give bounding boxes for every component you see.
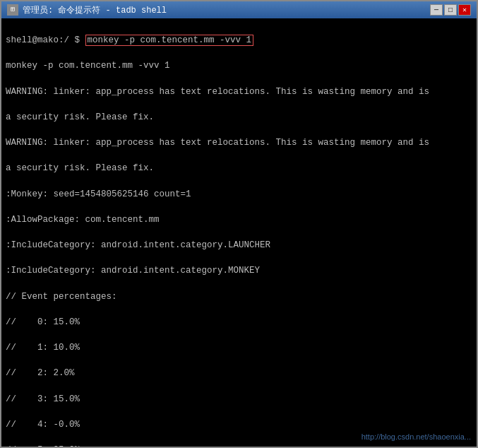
terminal-line: a security risk. Please fix. (6, 111, 474, 124)
terminal-line: :Monkey: seed=1454805625146 count=1 (6, 188, 474, 201)
terminal-line: WARNING: linker: app_process has text re… (6, 136, 474, 149)
terminal-line: // 4: -0.0% (6, 418, 474, 431)
terminal-line: // 0: 15.0% (6, 316, 474, 329)
terminal-line: shell@mako:/ $ monkey -p com.tencent.mm … (6, 34, 474, 47)
title-bar: ⊞ 管理员: 命令提示符 - tadb shell ─ □ ✕ (1, 1, 477, 18)
terminal-line: // 3: 15.0% (6, 393, 474, 406)
command-highlight: monkey -p com.tencent.mm -vvv 1 (85, 35, 254, 46)
title-bar-left: ⊞ 管理员: 命令提示符 - tadb shell (7, 4, 167, 16)
close-button[interactable]: ✕ (458, 4, 471, 16)
terminal-line: :AllowPackage: com.tencent.mm (6, 213, 474, 226)
minimize-button[interactable]: ─ (430, 4, 443, 16)
terminal-line: // 2: 2.0% (6, 367, 474, 379)
terminal-content: shell@mako:/ $ monkey -p com.tencent.mm … (6, 21, 474, 447)
maximize-button[interactable]: □ (444, 4, 457, 16)
app-icon: ⊞ (7, 4, 18, 16)
terminal-line: a security risk. Please fix. (6, 162, 474, 175)
prompt: shell@mako:/ $ (6, 35, 85, 45)
terminal-line: // 5: 25.0% (6, 444, 474, 447)
terminal-line: :IncludeCategory: android.intent.categor… (6, 264, 474, 277)
watermark: http://blog.csdn.net/shaoenxia... (362, 432, 471, 441)
terminal-line: :IncludeCategory: android.intent.categor… (6, 239, 474, 252)
terminal-line: // 1: 10.0% (6, 341, 474, 354)
window-title: 管理员: 命令提示符 - tadb shell (23, 4, 167, 16)
window: ⊞ 管理员: 命令提示符 - tadb shell ─ □ ✕ shell@ma… (0, 0, 478, 448)
title-bar-controls: ─ □ ✕ (430, 4, 471, 16)
terminal-line: // Event percentages: (6, 290, 474, 303)
terminal-area: shell@mako:/ $ monkey -p com.tencent.mm … (1, 18, 477, 447)
terminal-line: monkey -p com.tencent.mm -vvv 1 (6, 59, 474, 72)
terminal-line: WARNING: linker: app_process has text re… (6, 86, 474, 98)
